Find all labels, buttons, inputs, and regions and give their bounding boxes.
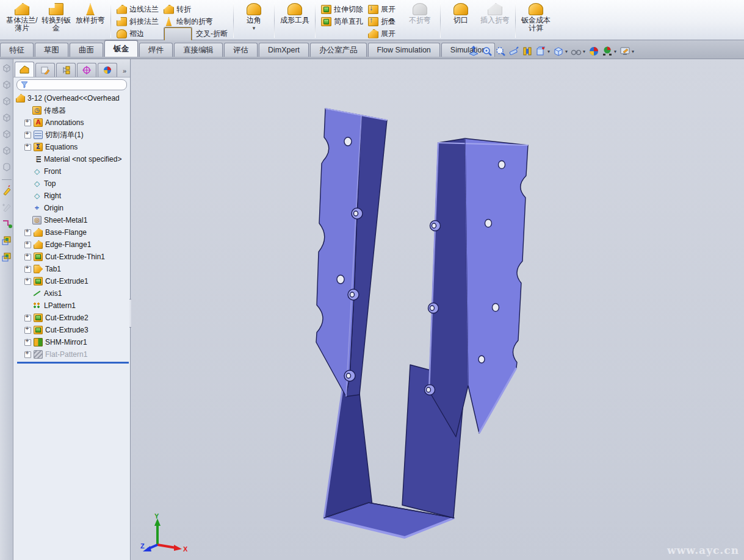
rip-button[interactable]: 切口 [444,1,478,40]
sheet-metal-cost-button[interactable]: 钣金成本计算 [519,1,553,40]
apply-scene-icon[interactable] [601,45,613,57]
property-manager-tab[interactable] [35,63,55,77]
lofted-bend-button[interactable]: 放样折弯 [73,1,107,40]
tree-root-part[interactable]: 3-12 (Overhead<<Overhead [16,92,130,104]
zoom-to-fit-icon[interactable] [468,45,480,57]
tab-flow-simulation[interactable]: Flow Simulation [368,43,440,57]
edit-sketch-icon[interactable] [1,202,12,213]
standard-view-icon-1[interactable] [1,63,12,74]
simple-hole-button[interactable]: 简单直孔 [319,15,366,27]
tree-item-axis1[interactable]: Axis1 [16,287,130,300]
expand-icon[interactable] [24,266,31,273]
cross-break-button[interactable]: 交叉-折断 [161,27,230,40]
expand-icon[interactable] [24,315,31,321]
convert-to-sheet-metal-button[interactable]: 转换到钣金 [39,1,73,40]
tree-item-lpattern1[interactable]: LPattern1 [16,300,130,312]
panel-tabs-overflow[interactable]: » [123,67,129,77]
tree-item-cut-list[interactable]: 切割清单(1) [16,129,130,141]
tree-item-flat-pattern1[interactable]: Flat-Pattern1 [16,348,130,361]
expand-icon[interactable] [24,144,31,151]
feature-tool-icon-1[interactable] [1,235,12,246]
expand-icon[interactable] [24,229,31,236]
tab-features[interactable]: 特征 [0,43,34,57]
filter-input[interactable] [27,81,123,89]
tree-item-sheet-metal1[interactable]: Sheet-Metal1 [16,214,130,226]
tree-item-equations[interactable]: Equations [16,141,130,153]
view-settings-icon[interactable] [619,45,631,57]
tab-dimxpert[interactable]: DimXpert [259,43,309,57]
configuration-manager-tab[interactable] [56,63,76,77]
tree-item-cut-extrude3[interactable]: Cut-Extrude3 [16,324,130,336]
display-manager-tab[interactable] [98,63,117,77]
tree-item-top-plane[interactable]: Top [16,178,130,190]
standard-view-icon-4[interactable] [1,112,12,123]
tree-item-origin[interactable]: Origin [16,202,130,214]
standard-view-icon-6[interactable] [1,145,12,156]
tree-item-sensors[interactable]: 传感器 [16,104,130,117]
expand-icon[interactable] [24,132,31,138]
display-style-dropdown[interactable]: ▾ [565,49,568,54]
tree-item-shm-mirror1[interactable]: SHM-Mirror1 [16,336,130,348]
hide-show-items-icon[interactable] [570,45,582,57]
tree-item-cut-extrude-thin1[interactable]: Cut-Extrude-Thin1 [16,251,130,263]
previous-view-icon[interactable] [494,45,507,57]
expand-icon[interactable] [24,327,31,334]
dimxpert-manager-tab[interactable] [77,63,96,77]
tab-sketch[interactable]: 草图 [35,43,68,57]
corner-dropdown-arrow[interactable]: ▾ [253,26,256,31]
feature-tool-icon-2[interactable] [1,251,12,262]
tab-office-products[interactable]: 办公室产品 [310,43,367,57]
expand-icon[interactable] [24,254,31,260]
view-settings-dropdown[interactable]: ▾ [632,49,634,54]
expand-icon[interactable] [24,339,31,346]
hem-button[interactable]: 褶边 [114,27,161,40]
expand-icon[interactable] [24,242,31,248]
forming-tool-button[interactable]: 成形工具 [278,1,312,40]
hide-show-items-dropdown[interactable]: ▾ [583,49,585,54]
apply-scene-dropdown[interactable]: ▾ [614,49,616,54]
isometric-view-icon[interactable] [1,162,12,173]
unfold-button[interactable]: 展开 [366,3,398,15]
model-joist-hanger[interactable] [131,59,744,560]
route-icon[interactable] [1,218,12,229]
tree-item-annotations[interactable]: Annotations [16,117,130,129]
fold-button[interactable]: 折叠 [366,15,398,27]
tree-item-cut-extrude2[interactable]: Cut-Extrude2 [16,312,130,324]
sketched-bend-button[interactable]: 绘制的折弯 [161,15,230,27]
view-orientation-dropdown[interactable]: ▾ [547,49,550,54]
tree-item-material[interactable]: Material <not specified> [16,153,130,165]
feature-manager-tab[interactable] [15,62,34,77]
edit-appearance-icon[interactable] [588,45,600,57]
edge-flange-button[interactable]: 边线法兰 [114,3,161,15]
tree-item-right-plane[interactable]: Right [16,190,130,202]
flatten-button[interactable]: 展开 [366,27,398,40]
expand-icon[interactable] [24,278,31,285]
rollback-bar[interactable] [17,362,129,364]
display-style-icon[interactable] [552,45,565,57]
section-view-icon[interactable] [521,45,533,57]
standard-view-icon-2[interactable] [1,79,12,90]
tree-item-front-plane[interactable]: Front [16,165,130,178]
miter-flange-button[interactable]: 斜接法兰 [114,15,161,27]
tab-evaluate[interactable]: 评估 [224,43,258,57]
base-flange-button[interactable]: 基体法兰/薄片 [5,1,39,40]
standard-view-icon-3[interactable] [1,96,12,107]
zoom-to-area-icon[interactable] [481,45,493,57]
corner-button[interactable]: 边角 ▾ [237,1,271,40]
tab-sheet-metal[interactable]: 钣金 [104,40,138,57]
magnify-glass-icon[interactable] [508,45,520,57]
view-orientation-icon[interactable] [535,45,547,57]
tab-surfaces[interactable]: 曲面 [70,43,103,57]
extruded-cut-button[interactable]: 拉伸切除 [319,3,366,15]
jog-button[interactable]: 转折 [161,3,230,15]
sketch-icon[interactable] [1,185,12,196]
expand-icon[interactable] [24,120,31,126]
tree-item-cut-extrude1[interactable]: Cut-Extrude1 [16,275,130,287]
tab-weldments[interactable]: 焊件 [139,43,173,57]
tree-item-edge-flange1[interactable]: Edge-Flange1 [16,239,130,251]
tree-item-base-flange[interactable]: Base-Flange [16,226,130,239]
tree-item-tab1[interactable]: Tab1 [16,263,130,275]
expand-icon[interactable] [24,351,31,358]
tab-direct-editing[interactable]: 直接编辑 [174,43,223,57]
standard-view-icon-5[interactable] [1,129,12,140]
